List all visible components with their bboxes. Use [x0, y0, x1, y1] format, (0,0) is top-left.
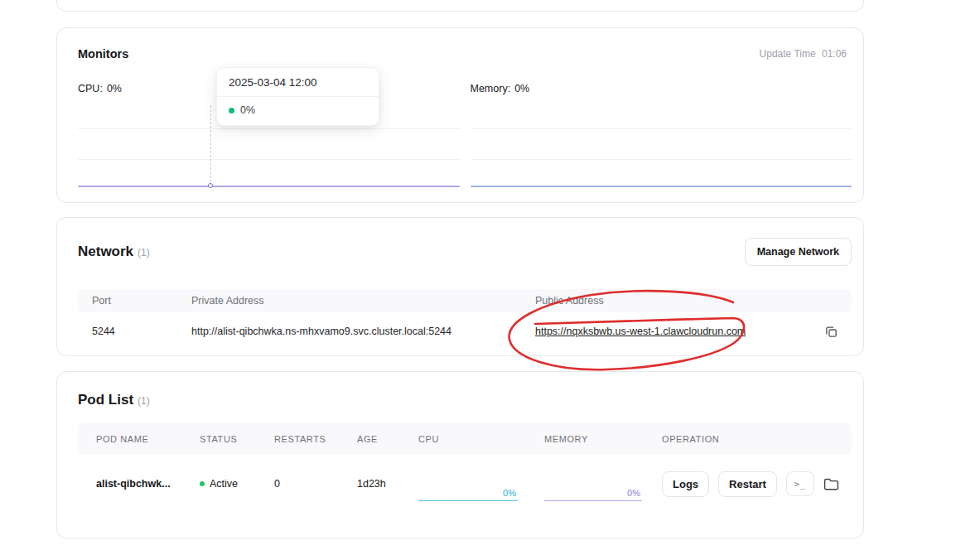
pod-row: alist-qibchwk... Active 0 1d23h 0% 0%	[78, 455, 852, 513]
column-status: STATUS	[200, 434, 274, 444]
pod-restarts: 0	[274, 478, 357, 490]
pod-cpu-line	[418, 500, 518, 502]
port-value: 5244	[92, 326, 191, 337]
pod-cpu-cell: 0%	[418, 466, 544, 501]
column-cpu: CPU	[418, 434, 544, 444]
copy-icon	[825, 326, 838, 338]
network-count: (1)	[138, 247, 150, 258]
restart-button[interactable]: Restart	[718, 471, 777, 497]
status-active-dot-icon	[200, 481, 205, 486]
pod-memory-percent: 0%	[627, 488, 640, 498]
hover-cursor-line	[210, 105, 211, 186]
update-time-value: 01:06	[822, 48, 847, 60]
monitors-card: Monitors Update Time 01:06 CPU:0%	[56, 27, 864, 203]
manage-network-button[interactable]: Manage Network	[745, 238, 852, 266]
monitors-header: Monitors Update Time 01:06	[78, 46, 852, 61]
network-card: Network(1) Manage Network Port Private A…	[56, 217, 864, 356]
memory-chart[interactable]	[471, 105, 852, 188]
tooltip-timestamp: 2025-03-04 12:00	[217, 68, 379, 97]
pod-operations: Logs Restart >_	[662, 471, 843, 497]
column-private-address: Private Address	[191, 295, 535, 307]
pod-cpu-sparkline: 0%	[418, 476, 518, 501]
terminal-button[interactable]: >_	[786, 471, 814, 496]
gridline	[471, 159, 852, 160]
network-row: 5244 http://alist-qibchwka.ns-mhxvamo9.s…	[78, 312, 852, 350]
pod-list-count: (1)	[138, 395, 150, 407]
column-operation: OPERATION	[662, 434, 843, 444]
network-header: Network(1) Manage Network	[78, 238, 852, 266]
column-age: AGE	[357, 434, 418, 444]
pod-table: POD NAME STATUS RESTARTS AGE CPU MEMORY …	[78, 423, 852, 513]
pod-age: 1d23h	[357, 478, 418, 490]
pod-status: Active	[200, 478, 274, 490]
memory-label: Memory:	[471, 83, 511, 94]
file-browser-button[interactable]	[823, 477, 839, 491]
column-port: Port	[92, 295, 191, 307]
column-restarts: RESTARTS	[274, 434, 357, 444]
column-pod-name: POD NAME	[96, 434, 200, 444]
memory-chart-label: Memory:0%	[471, 83, 852, 95]
monitors-title: Monitors	[78, 47, 128, 60]
memory-monitor: Memory:0%	[471, 83, 852, 188]
cpu-series-line	[78, 186, 460, 187]
pod-memory-sparkline: 0%	[544, 476, 642, 501]
pod-memory-line	[544, 500, 642, 502]
folder-icon	[823, 477, 839, 491]
pod-status-text: Active	[210, 478, 238, 490]
memory-value: 0%	[514, 83, 529, 94]
pod-list-card: Pod List(1) POD NAME STATUS RESTARTS AGE…	[56, 371, 864, 538]
pod-cpu-percent: 0%	[503, 488, 516, 498]
tooltip-value-row: 0%	[217, 97, 379, 125]
series-dot-icon	[229, 108, 234, 113]
pod-memory-cell: 0%	[544, 466, 662, 501]
gridline	[78, 128, 460, 129]
terminal-icon: >_	[794, 480, 806, 489]
chart-tooltip: 2025-03-04 12:00 0%	[216, 67, 379, 126]
copy-address-button[interactable]	[825, 326, 838, 338]
update-time: Update Time 01:06	[756, 48, 852, 60]
pod-list-title-text: Pod List	[78, 392, 133, 408]
monitor-charts: CPU:0% Memory:0%	[78, 83, 852, 188]
pod-list-title: Pod List(1)	[78, 392, 150, 408]
cpu-label: CPU:	[78, 83, 103, 94]
pod-table-header: POD NAME STATUS RESTARTS AGE CPU MEMORY …	[78, 423, 852, 455]
logs-button[interactable]: Logs	[662, 471, 709, 497]
network-title-text: Network	[78, 244, 133, 259]
gridline	[471, 128, 852, 129]
network-table: Port Private Address Public Address 5244…	[78, 289, 852, 350]
pod-name: alist-qibchwk...	[96, 478, 200, 490]
pod-list-header: Pod List(1)	[78, 392, 852, 408]
previous-card-edge	[56, 0, 864, 12]
tooltip-value: 0%	[240, 104, 255, 116]
app-details-page: Monitors Update Time 01:06 CPU:0%	[0, 0, 956, 560]
column-memory: MEMORY	[544, 434, 662, 444]
network-table-header: Port Private Address Public Address	[78, 289, 852, 312]
hover-point-marker	[208, 183, 213, 188]
column-public-address: Public Address	[535, 295, 813, 307]
private-address: http://alist-qibchwka.ns-mhxvamo9.svc.cl…	[191, 326, 535, 337]
network-title: Network(1)	[78, 244, 150, 260]
memory-series-line	[471, 186, 852, 187]
public-address-link[interactable]: https://nqxksbwb.us-west-1.clawcloudrun.…	[535, 326, 813, 337]
update-time-label: Update Time	[760, 48, 816, 60]
cpu-value: 0%	[107, 83, 122, 94]
gridline	[78, 159, 460, 160]
